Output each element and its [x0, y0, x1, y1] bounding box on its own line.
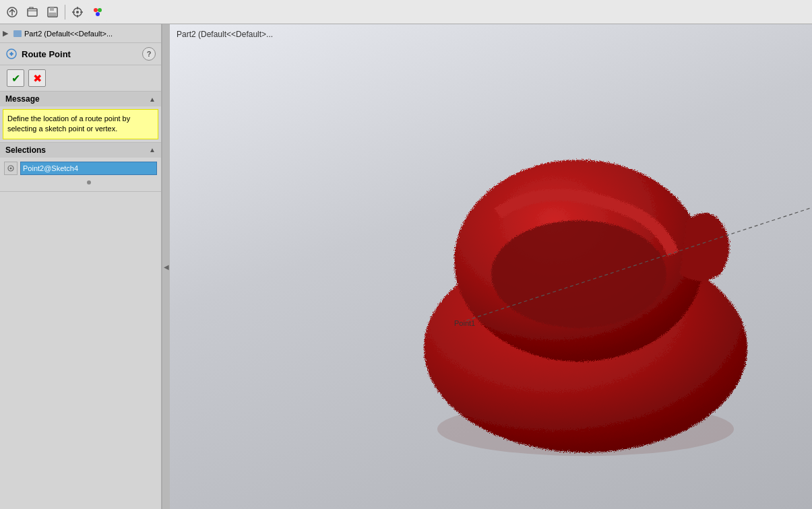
- viewport[interactable]: Part2 (Default<<Default>...: [170, 24, 812, 509]
- svg-point-13: [96, 12, 100, 16]
- svg-rect-4: [49, 13, 56, 16]
- save-icon: [46, 6, 59, 18]
- new-button[interactable]: [3, 3, 22, 22]
- collapse-arrow-icon: ◀: [164, 263, 169, 271]
- selection-empty-row: [20, 178, 157, 187]
- svg-point-11: [94, 8, 98, 12]
- svg-point-16: [10, 53, 13, 55]
- new-icon: [6, 6, 18, 18]
- selection-point-icon: [4, 162, 18, 175]
- feature-tree-topbar: ▶ Part2 (Default<<Default>...: [0, 24, 161, 43]
- open-button[interactable]: [23, 3, 42, 22]
- pm-title-left: Route Point: [5, 48, 71, 60]
- point-icon: [6, 164, 15, 173]
- breadcrumb: Part2 (Default<<Default>...: [177, 30, 273, 39]
- cancel-button[interactable]: ✖: [28, 69, 46, 87]
- color-icon: [92, 6, 104, 18]
- open-icon: [26, 6, 38, 18]
- selections-section-title: Selections: [5, 145, 46, 155]
- right-notch: [680, 213, 729, 281]
- pm-actions: ✔ ✖: [0, 65, 161, 92]
- message-section-header[interactable]: Message ▲: [0, 92, 161, 106]
- selection-input[interactable]: [20, 162, 157, 175]
- pm-help-button[interactable]: ?: [142, 47, 156, 61]
- message-collapse-arrow: ▲: [149, 96, 156, 103]
- svg-rect-3: [50, 7, 54, 11]
- interior-bowl: [491, 220, 666, 328]
- main-area: ▶ Part2 (Default<<Default>... Route Poin…: [0, 24, 812, 509]
- color-button[interactable]: [88, 3, 107, 22]
- feature-tree-arrow: ▶: [3, 29, 8, 38]
- message-content: Define the location of a route point by …: [3, 109, 158, 139]
- message-section: Message ▲ Define the location of a route…: [0, 92, 161, 143]
- svg-rect-1: [28, 9, 37, 16]
- main-toolbar: [0, 0, 812, 24]
- svg-rect-14: [13, 30, 22, 37]
- svg-point-6: [76, 11, 79, 13]
- selections-content: [0, 158, 161, 191]
- route-point-icon: [5, 48, 18, 60]
- pm-title: Route Point: [22, 49, 71, 59]
- message-section-title: Message: [5, 94, 40, 104]
- pm-title-bar: Route Point ?: [0, 43, 161, 65]
- selection-dot: [87, 180, 91, 184]
- left-panel: ▶ Part2 (Default<<Default>... Route Poin…: [0, 24, 162, 509]
- ok-button[interactable]: ✔: [7, 69, 24, 87]
- breadcrumb-part: Part2 (Default<<Default>...: [177, 30, 273, 39]
- target-button[interactable]: [68, 3, 87, 22]
- toolbar-divider-1: [65, 5, 65, 20]
- selections-section-header[interactable]: Selections ▲: [0, 143, 161, 158]
- message-text: Define the location of a route point by …: [7, 114, 130, 133]
- part-icon: [12, 28, 23, 39]
- selections-section: Selections ▲: [0, 143, 161, 192]
- property-manager: Route Point ? ✔ ✖ Message ▲ Define the l…: [0, 43, 161, 509]
- part-name: Part2 (Default<<Default>...: [24, 30, 113, 38]
- target-icon: [71, 6, 84, 18]
- svg-point-12: [98, 8, 102, 12]
- svg-point-18: [10, 167, 12, 169]
- save-button[interactable]: [43, 3, 62, 22]
- selection-row: [4, 162, 157, 175]
- object-svg: [350, 99, 813, 469]
- 3d-object: [350, 99, 813, 471]
- point-label: Point1: [454, 319, 475, 327]
- selections-collapse-arrow: ▲: [149, 146, 156, 154]
- panel-collapse-handle[interactable]: ◀: [162, 24, 170, 509]
